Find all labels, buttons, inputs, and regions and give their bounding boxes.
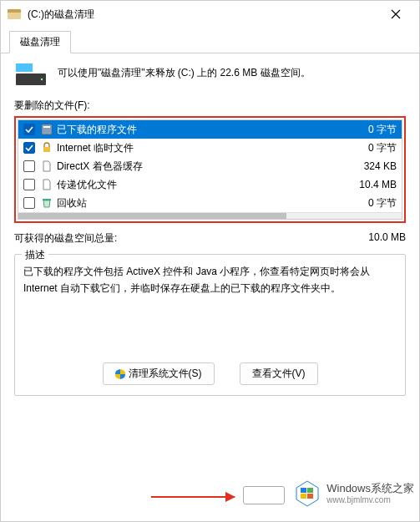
checkbox-delivery-optimization[interactable] bbox=[23, 179, 35, 190]
file-size: 0 字节 bbox=[347, 196, 397, 210]
file-name: 传递优化文件 bbox=[57, 178, 347, 192]
doc-icon bbox=[40, 160, 53, 173]
recycle-bin-icon bbox=[40, 196, 53, 210]
lock-icon bbox=[40, 141, 53, 155]
close-button[interactable] bbox=[379, 3, 412, 26]
file-name: 回收站 bbox=[57, 196, 347, 210]
file-name: Internet 临时文件 bbox=[57, 141, 347, 155]
files-label: 要删除的文件(F): bbox=[14, 99, 406, 113]
file-name: DirectX 着色器缓存 bbox=[57, 160, 347, 174]
file-row-recycle-bin[interactable]: 回收站 0 字节 bbox=[18, 194, 402, 212]
file-row-delivery-optimization[interactable]: 传递优化文件 10.4 MB bbox=[18, 175, 402, 194]
content-area: 可以使用"磁盘清理"来释放 (C:) 上的 22.6 MB 磁盘空间。 要删除的… bbox=[1, 53, 419, 406]
svg-rect-0 bbox=[16, 63, 33, 72]
clean-system-files-button[interactable]: 清理系统文件(S) bbox=[103, 362, 215, 385]
doc-icon bbox=[40, 178, 53, 191]
file-name: 已下载的程序文件 bbox=[57, 123, 347, 137]
file-size: 10.4 MB bbox=[347, 179, 397, 190]
file-row-directx-cache[interactable]: DirectX 着色器缓存 324 KB bbox=[18, 157, 402, 175]
svg-rect-3 bbox=[42, 124, 52, 134]
total-label: 可获得的磁盘空间总量: bbox=[14, 231, 117, 246]
svg-rect-6 bbox=[43, 199, 51, 200]
dialog-window: (C:)的磁盘清理 磁盘清理 可以使用"磁盘清理"来释放 (C:) 上的 22.… bbox=[0, 0, 420, 522]
file-list[interactable]: 已下载的程序文件 0 字节 Internet 临时文件 0 字节 bbox=[18, 119, 402, 220]
clean-system-files-label: 清理系统文件(S) bbox=[129, 367, 202, 381]
tab-disk-cleanup[interactable]: 磁盘清理 bbox=[9, 31, 71, 53]
red-highlight-box: 已下载的程序文件 0 字节 Internet 临时文件 0 字节 bbox=[14, 116, 406, 223]
svg-rect-10 bbox=[307, 494, 313, 499]
horizontal-scrollbar[interactable] bbox=[18, 212, 402, 219]
info-row: 可以使用"磁盘清理"来释放 (C:) 上的 22.6 MB 磁盘空间。 bbox=[14, 63, 406, 89]
checkbox-recycle-bin[interactable] bbox=[23, 197, 35, 209]
ok-button-partial[interactable] bbox=[243, 486, 285, 504]
watermark-text: Windows系统之家 www.bjmlmv.com bbox=[326, 483, 414, 504]
total-value: 10.0 MB bbox=[368, 231, 406, 246]
window-title: (C:)的磁盘清理 bbox=[28, 8, 379, 22]
file-row-internet-temp[interactable]: Internet 临时文件 0 字节 bbox=[18, 139, 402, 157]
drive-icon bbox=[14, 63, 48, 89]
watermark: Windows系统之家 www.bjmlmv.com bbox=[293, 479, 414, 508]
svg-rect-4 bbox=[43, 126, 50, 128]
bottom-area: Windows系统之家 www.bjmlmv.com bbox=[1, 479, 419, 513]
svg-rect-8 bbox=[307, 488, 313, 493]
view-files-button[interactable]: 查看文件(V) bbox=[240, 362, 318, 385]
svg-rect-9 bbox=[301, 494, 306, 499]
drive-title-icon bbox=[8, 9, 21, 19]
file-size: 0 字节 bbox=[347, 123, 397, 137]
file-size: 0 字节 bbox=[347, 141, 397, 155]
total-row: 可获得的磁盘空间总量: 10.0 MB bbox=[14, 231, 406, 246]
watermark-logo-icon bbox=[293, 479, 321, 508]
svg-rect-5 bbox=[43, 147, 50, 152]
file-row-downloaded-programs[interactable]: 已下载的程序文件 0 字节 bbox=[18, 120, 402, 139]
info-text: 可以使用"磁盘清理"来释放 (C:) 上的 22.6 MB 磁盘空间。 bbox=[58, 63, 406, 81]
description-legend: 描述 bbox=[22, 248, 48, 262]
watermark-main: Windows系统之家 bbox=[326, 483, 414, 494]
check-icon bbox=[25, 125, 33, 134]
checkbox-directx-cache[interactable] bbox=[23, 160, 35, 172]
titlebar: (C:)的磁盘清理 bbox=[1, 1, 419, 28]
svg-point-2 bbox=[41, 79, 43, 80]
description-text: 已下载的程序文件包括 ActiveX 控件和 Java 小程序，你查看特定网页时… bbox=[23, 263, 397, 297]
app-icon bbox=[40, 123, 53, 136]
scrollbar-thumb[interactable] bbox=[18, 213, 286, 219]
watermark-sub: www.bjmlmv.com bbox=[326, 495, 414, 504]
shield-icon bbox=[115, 369, 125, 379]
red-arrow-annotation bbox=[151, 496, 235, 498]
close-icon bbox=[391, 9, 401, 19]
view-files-label: 查看文件(V) bbox=[252, 367, 306, 381]
file-size: 324 KB bbox=[347, 160, 397, 172]
check-icon bbox=[25, 144, 33, 152]
checkbox-downloaded-programs[interactable] bbox=[23, 124, 35, 135]
tab-bar: 磁盘清理 bbox=[1, 28, 419, 53]
description-group: 描述 已下载的程序文件包括 ActiveX 控件和 Java 小程序，你查看特定… bbox=[14, 254, 406, 396]
svg-rect-7 bbox=[301, 488, 306, 493]
checkbox-internet-temp[interactable] bbox=[23, 142, 35, 154]
description-buttons: 清理系统文件(S) 查看文件(V) bbox=[15, 362, 405, 385]
